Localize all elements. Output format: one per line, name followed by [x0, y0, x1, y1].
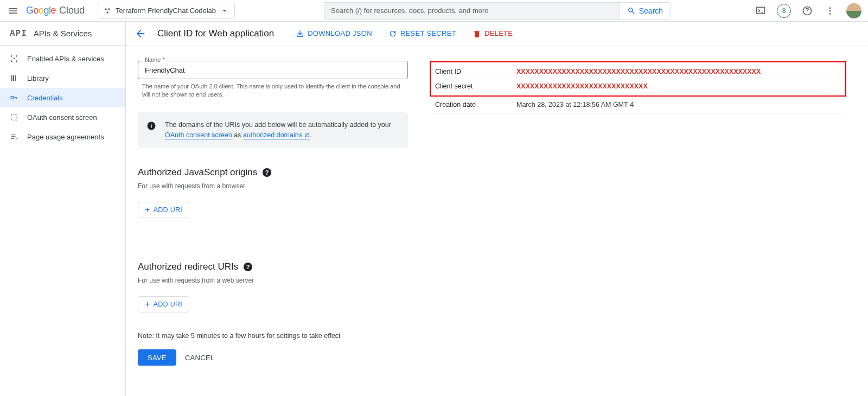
- sidebar-item-label: OAuth consent screen: [27, 113, 97, 122]
- name-helper-text: The name of your OAuth 2.0 client. This …: [138, 82, 408, 99]
- delete-button[interactable]: DELETE: [473, 29, 513, 38]
- google-cloud-logo[interactable]: Google Cloud: [26, 5, 85, 16]
- help-icon[interactable]: ?: [244, 263, 252, 271]
- sidebar-item-oauth-consent[interactable]: OAuth consent screen: [0, 107, 125, 127]
- svg-point-12: [14, 58, 15, 60]
- page-header: Client ID for Web application DOWNLOAD J…: [126, 22, 868, 46]
- add-uri-label: ADD URI: [154, 301, 183, 308]
- arrow-left-icon: [135, 28, 146, 40]
- infobox-text: The domains of the URIs you add below wi…: [165, 120, 399, 140]
- page-usage-icon: [10, 132, 18, 141]
- download-json-button[interactable]: DOWNLOAD JSON: [296, 29, 372, 38]
- main-content: Client ID for Web application DOWNLOAD J…: [126, 22, 868, 396]
- svg-rect-17: [11, 114, 17, 120]
- trash-icon: [473, 29, 481, 38]
- svg-rect-13: [11, 75, 12, 81]
- name-field-label: Name *: [143, 56, 167, 63]
- svg-point-11: [16, 60, 17, 62]
- add-uri-button-redirect[interactable]: + ADD URI: [138, 296, 189, 312]
- add-uri-label: ADD URI: [154, 206, 183, 214]
- svg-point-7: [829, 12, 831, 14]
- user-avatar[interactable]: [846, 3, 861, 18]
- svg-point-9: [16, 55, 17, 57]
- library-icon: [10, 74, 18, 82]
- download-json-label: DOWNLOAD JSON: [308, 29, 372, 37]
- client-secret-value: XXXXXXXXXXXXXXXXXXXXXXXXXXXXX: [516, 82, 841, 90]
- sidebar-item-label: Enabled APIs & services: [27, 55, 104, 63]
- search-wrap: Search (/) for resources, docs, products…: [324, 2, 671, 20]
- more-vert-icon[interactable]: [824, 4, 837, 17]
- svg-point-0: [105, 8, 107, 10]
- project-icon: [104, 7, 111, 15]
- sidebar: API APIs & Services Enabled APIs & servi…: [0, 22, 126, 396]
- save-button[interactable]: SAVE: [138, 349, 176, 366]
- notification-badge[interactable]: 8: [777, 4, 791, 18]
- search-placeholder: Search (/) for resources, docs, products…: [331, 7, 488, 15]
- creation-date-row: Creation date March 28, 2023 at 12:18:56…: [430, 97, 846, 113]
- sidebar-item-credentials[interactable]: Credentials: [0, 88, 125, 107]
- sidebar-item-page-usage[interactable]: Page usage agreements: [0, 127, 125, 146]
- client-id-value: XXXXXXXXXXXXXXXXXXXXXXXXXXXXXXXXXXXXXXXX…: [516, 68, 841, 75]
- download-icon: [296, 29, 304, 38]
- plus-icon: +: [145, 206, 150, 214]
- creation-date-value: March 28, 2023 at 12:18:56 AM GMT-4: [516, 101, 841, 108]
- sidebar-item-label: Page usage agreements: [27, 133, 104, 141]
- info-icon: [146, 121, 156, 131]
- enabled-apis-icon: [10, 54, 18, 63]
- search-button[interactable]: Search: [619, 2, 671, 20]
- oauth-consent-icon: [10, 113, 18, 122]
- svg-point-5: [829, 7, 831, 9]
- logo-cloud-text: Cloud: [59, 5, 85, 16]
- add-uri-button-js-origins[interactable]: + ADD URI: [138, 202, 189, 218]
- search-button-label: Search: [639, 7, 663, 15]
- project-name: Terraform FriendlyChat Codelab: [116, 7, 216, 15]
- settings-note: Note: It may take 5 minutes to a few hou…: [138, 332, 408, 340]
- domains-infobox: The domains of the URIs you add below wi…: [138, 112, 408, 148]
- plus-icon: +: [145, 300, 150, 309]
- credentials-highlight-box: Client ID XXXXXXXXXXXXXXXXXXXXXXXXXXXXXX…: [430, 61, 846, 97]
- client-id-label: Client ID: [435, 68, 516, 75]
- sidebar-header[interactable]: API APIs & Services: [0, 22, 125, 46]
- search-input[interactable]: Search (/) for resources, docs, products…: [324, 2, 619, 20]
- svg-point-1: [108, 8, 110, 10]
- redirect-uris-subtitle: For use with requests from a web server: [138, 277, 408, 284]
- js-origins-section-title: Authorized JavaScript origins ?: [138, 167, 408, 178]
- svg-rect-15: [15, 75, 16, 81]
- hamburger-menu-icon[interactable]: [7, 4, 20, 17]
- sidebar-item-enabled-apis[interactable]: Enabled APIs & services: [0, 49, 125, 68]
- svg-point-16: [11, 96, 14, 99]
- notification-count: 8: [782, 7, 786, 15]
- page-title: Client ID for Web application: [157, 28, 274, 39]
- api-logo-icon: API: [10, 29, 27, 39]
- svg-point-8: [11, 55, 12, 57]
- client-id-row: Client ID XXXXXXXXXXXXXXXXXXXXXXXXXXXXXX…: [435, 65, 841, 79]
- sidebar-item-label: Credentials: [27, 94, 63, 102]
- redirect-uris-section-title: Authorized redirect URIs ?: [138, 261, 408, 272]
- svg-point-6: [829, 10, 831, 11]
- creation-date-label: Creation date: [435, 101, 516, 108]
- name-input[interactable]: [145, 66, 401, 74]
- js-origins-subtitle: For use with requests from a browser: [138, 182, 408, 190]
- svg-point-21: [151, 124, 152, 125]
- svg-point-18: [16, 138, 17, 139]
- back-button[interactable]: [135, 28, 146, 40]
- svg-rect-3: [757, 7, 765, 14]
- delete-label: DELETE: [484, 29, 513, 37]
- sidebar-item-library[interactable]: Library: [0, 68, 125, 88]
- client-secret-row: Client secret XXXXXXXXXXXXXXXXXXXXXXXXXX…: [435, 79, 841, 93]
- oauth-consent-link[interactable]: OAuth consent screen: [165, 131, 232, 139]
- help-icon[interactable]: ?: [263, 168, 271, 177]
- sidebar-section-title: APIs & Services: [34, 29, 92, 38]
- client-secret-label: Client secret: [435, 82, 516, 90]
- cloud-shell-icon[interactable]: [754, 4, 767, 17]
- svg-rect-20: [151, 125, 152, 127]
- authorized-domains-link[interactable]: authorized domains: [243, 131, 310, 139]
- cancel-button[interactable]: CANCEL: [185, 354, 215, 362]
- svg-point-10: [11, 60, 12, 62]
- topbar: Google Cloud Terraform FriendlyChat Code…: [0, 0, 868, 22]
- project-picker[interactable]: Terraform FriendlyChat Codelab: [98, 3, 235, 19]
- name-field-wrap: Name *: [138, 61, 408, 79]
- reset-secret-button[interactable]: RESET SECRET: [388, 29, 456, 38]
- help-icon[interactable]: [801, 4, 814, 17]
- reset-icon: [388, 29, 397, 38]
